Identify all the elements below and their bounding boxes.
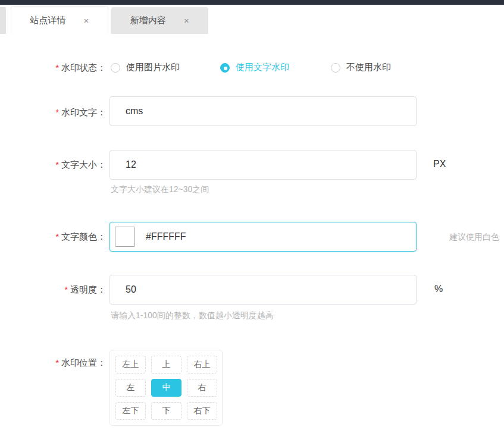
required-asterisk: *	[56, 160, 59, 170]
close-icon[interactable]: ×	[184, 16, 189, 25]
tab-new-content[interactable]: 新增内容 ×	[111, 7, 208, 34]
required-asterisk: *	[65, 285, 68, 294]
watermark-status-label: *水印状态：	[0, 62, 106, 74]
radio-circle-icon	[220, 63, 230, 73]
opacity-unit: %	[434, 284, 443, 294]
text-size-label: *文字大小：	[0, 159, 106, 171]
opacity-hint: 请输入1-100间的整数，数值越小透明度越高	[111, 310, 274, 321]
position-left-button[interactable]: 左	[115, 379, 146, 397]
tab-label: 站点详情	[30, 15, 66, 26]
required-asterisk: *	[56, 108, 59, 117]
required-asterisk: *	[56, 358, 59, 368]
color-value: #FFFFFF	[146, 231, 186, 242]
text-size-unit: PX	[433, 159, 446, 170]
position-bottom-left-button[interactable]: 左下	[115, 402, 146, 420]
position-grid: 左上 上 右上 左 中 右 左下 下 右下	[109, 350, 223, 426]
text-size-hint: 文字大小建议在12~30之间	[111, 184, 209, 195]
position-top-button[interactable]: 上	[151, 356, 181, 374]
position-bottom-button[interactable]: 下	[151, 402, 181, 420]
opacity-label: *透明度：	[0, 284, 106, 296]
top-dark-bar	[0, 0, 504, 5]
watermark-text-input[interactable]	[109, 96, 417, 126]
text-size-input[interactable]	[109, 150, 417, 180]
required-asterisk: *	[56, 232, 59, 241]
radio-label: 不使用水印	[346, 62, 391, 73]
radio-label: 使用文字水印	[236, 62, 289, 73]
radio-image-watermark[interactable]: 使用图片水印	[111, 62, 180, 73]
tab-bar: 站点详情 × 新增内容 ×	[0, 5, 504, 34]
position-label: *水印位置：	[0, 357, 106, 369]
text-color-label: *文字颜色：	[0, 231, 106, 243]
position-right-button[interactable]: 右	[187, 379, 217, 397]
position-bottom-right-button[interactable]: 右下	[187, 402, 217, 420]
close-icon[interactable]: ×	[84, 16, 89, 25]
radio-circle-icon	[111, 63, 120, 73]
radio-label: 使用图片水印	[126, 62, 180, 73]
tab-label: 新增内容	[130, 15, 166, 26]
tab-site-detail[interactable]: 站点详情 ×	[11, 6, 108, 34]
text-color-side-hint: 建议使用白色	[449, 232, 499, 243]
radio-no-watermark[interactable]: 不使用水印	[331, 62, 391, 73]
required-asterisk: *	[56, 63, 59, 73]
position-center-button[interactable]: 中	[151, 379, 181, 397]
color-swatch[interactable]	[115, 227, 135, 247]
position-top-left-button[interactable]: 左上	[115, 356, 146, 374]
radio-circle-icon	[331, 63, 340, 73]
position-top-right-button[interactable]: 右上	[187, 356, 217, 374]
watermark-text-label: *水印文字：	[0, 106, 106, 118]
text-color-input[interactable]: #FFFFFF	[109, 222, 417, 252]
partial-tab-edge[interactable]	[0, 7, 6, 34]
opacity-input[interactable]	[109, 275, 417, 305]
radio-text-watermark[interactable]: 使用文字水印	[220, 62, 289, 73]
watermark-settings-page: 站点详情 × 新增内容 × *水印状态： 使用图片水印 使用文字水印 不使用水印…	[0, 0, 504, 433]
